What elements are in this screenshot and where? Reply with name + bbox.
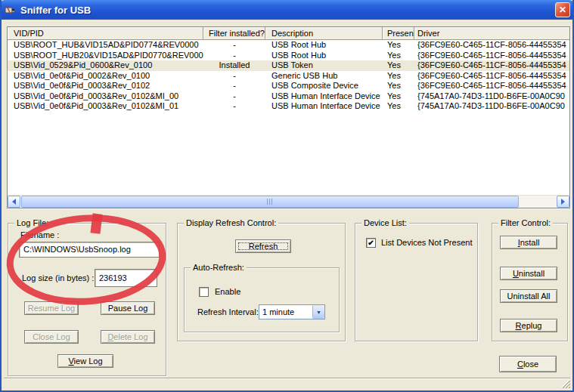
cell-driver: {36FC9E60-C465-11CF-8056-44455354 (414, 51, 569, 61)
cell-present: Yes (383, 101, 414, 112)
log-file-group-title: Log File: (14, 218, 51, 227)
column-header-filter-installed[interactable]: Filter installed? (203, 27, 265, 40)
column-header-vid-pid[interactable]: VID/PID (8, 27, 203, 40)
cell-filter-installed: - (203, 51, 265, 61)
uninstall-button[interactable]: Uninstall (500, 267, 557, 280)
cell-description: USB Token (265, 60, 383, 71)
refresh-interval-label: Refresh Interval: (197, 307, 259, 316)
button-label: View Log (58, 357, 113, 366)
cell-filter-installed: Installed (203, 60, 265, 71)
log-file-group: Log File: Filename : C:\WINDOWS\UsbSnoop… (8, 223, 166, 376)
pause-log-button[interactable]: Pause Log (101, 301, 155, 315)
column-header-driver[interactable]: Driver (414, 27, 569, 40)
refresh-interval-select[interactable]: 1 minute ▼ (259, 304, 325, 319)
filename-label: Filename : (20, 230, 59, 239)
auto-refresh-group: Auto-Refresh: Enable Refresh Interval: 1… (184, 267, 340, 332)
log-size-value: 236193 (95, 269, 157, 287)
cell-present: Yes (383, 40, 414, 51)
column-header-description[interactable]: Description (265, 27, 383, 40)
cell-description: USB Root Hub (265, 40, 383, 51)
resize-grip[interactable] (560, 378, 570, 388)
button-label: Close Log (25, 332, 78, 341)
resume-log-button[interactable]: Resume Log (24, 301, 79, 315)
horizontal-scrollbar[interactable] (8, 195, 569, 208)
enable-checkbox[interactable] (199, 287, 209, 297)
cell-vid-pid: USB\Vid_0e0f&Pid_0002&Rev_0100 (8, 71, 203, 82)
table-row[interactable]: USB\Vid_0e0f&Pid_0003&Rev_0102&MI_01-USB… (8, 101, 569, 112)
button-label: Uninstall (501, 269, 557, 278)
display-refresh-group-title: Display Refresh Control: (184, 218, 278, 227)
device-list-group: Device List: ✔ List Devices Not Present (355, 223, 478, 341)
cell-driver: {36FC9E60-C465-11CF-8056-44455354 (414, 81, 569, 91)
cell-description: USB Human Interface Device (265, 101, 383, 112)
cell-vid-pid: USB\Vid_0529&Pid_0600&Rev_0100 (8, 60, 203, 71)
cell-present: Yes (383, 91, 414, 102)
table-row[interactable]: USB\Vid_0e0f&Pid_0003&Rev_0102-USB Compo… (8, 81, 569, 91)
cell-description: Generic USB Hub (265, 71, 383, 82)
view-log-button[interactable]: View Log (57, 354, 113, 368)
close-log-button[interactable]: Close Log (24, 330, 79, 344)
table-body: USB\ROOT_HUB&VID15AD&PID0774&REV0000-USB… (8, 40, 569, 195)
log-size-label: Log size (in bytes) : (22, 273, 94, 282)
button-label: Delete Log (101, 332, 154, 341)
cell-filter-installed: - (203, 71, 265, 82)
cell-driver: {745A17A0-74D3-11D0-B6FE-00A0C90 (414, 91, 569, 102)
cell-present: Yes (383, 81, 414, 91)
list-devices-not-present-label: List Devices Not Present (381, 238, 472, 247)
scroll-right-button[interactable] (557, 196, 569, 208)
display-refresh-group: Display Refresh Control: Refresh Auto-Re… (177, 223, 346, 341)
usb-app-icon (5, 5, 17, 16)
cell-driver: {36FC9E60-C465-11CF-8056-44455354 (414, 60, 569, 71)
table-row[interactable]: USB\Vid_0529&Pid_0600&Rev_0100InstalledU… (8, 60, 569, 71)
install-button[interactable]: Install (500, 236, 557, 249)
titlebar[interactable]: Sniffer for USB ✕ (0, 0, 574, 20)
cell-filter-installed: - (203, 91, 265, 102)
window-title: Sniffer for USB (20, 5, 91, 16)
cell-vid-pid: USB\ROOT_HUB&VID15AD&PID0774&REV0000 (8, 40, 203, 51)
enable-label: Enable (215, 287, 240, 296)
cell-present: Yes (383, 60, 414, 71)
close-icon: ✕ (559, 5, 566, 15)
thumb-grip-icon (267, 199, 274, 205)
table-row[interactable]: USB\Vid_0e0f&Pid_0003&Rev_0102&MI_00-USB… (8, 91, 569, 102)
auto-refresh-group-title: Auto-Refresh: (191, 263, 247, 272)
chevron-left-icon (12, 199, 16, 205)
sniffer-for-usb-window: Sniffer for USB ✕ VID/PID Filter install… (0, 0, 574, 392)
scrollbar-thumb[interactable] (21, 196, 519, 208)
check-icon: ✔ (368, 239, 374, 247)
cell-vid-pid: USB\Vid_0e0f&Pid_0003&Rev_0102&MI_01 (8, 101, 203, 112)
status-bar-divider (4, 378, 570, 379)
filter-control-group: Filter Control: Install Uninstall Uninst… (492, 223, 568, 341)
column-header-present[interactable]: Present (383, 27, 414, 40)
cell-filter-installed: - (203, 101, 265, 112)
titlebar-close-button[interactable]: ✕ (555, 2, 570, 17)
uninstall-all-button[interactable]: Uninstall All (500, 289, 557, 303)
table-row[interactable]: USB\ROOT_HUB&VID15AD&PID0774&REV0000-USB… (8, 40, 569, 51)
filename-input[interactable]: C:\WINDOWS\UsbSnoop.log (19, 242, 160, 258)
cell-vid-pid: USB\ROOT_HUB20&VID15AD&PID0770&REV0000 (8, 51, 203, 61)
button-label: Replug (501, 321, 557, 330)
replug-button[interactable]: Replug (500, 319, 557, 332)
delete-log-button[interactable]: Delete Log (101, 330, 155, 344)
cell-vid-pid: USB\Vid_0e0f&Pid_0003&Rev_0102 (8, 81, 203, 91)
button-label: Close (500, 360, 556, 369)
cell-driver: {36FC9E60-C465-11CF-8056-44455354 (414, 71, 569, 82)
button-label: Pause Log (101, 304, 154, 313)
cell-filter-installed: - (203, 40, 265, 51)
table-header: VID/PID Filter installed? Description Pr… (8, 27, 569, 40)
list-devices-not-present-checkbox[interactable]: ✔ (366, 238, 376, 248)
cell-present: Yes (383, 71, 414, 82)
cell-driver: {36FC9E60-C465-11CF-8056-44455354 (414, 40, 569, 51)
table-row[interactable]: USB\Vid_0e0f&Pid_0002&Rev_0100-Generic U… (8, 71, 569, 82)
cell-vid-pid: USB\Vid_0e0f&Pid_0003&Rev_0102&MI_00 (8, 91, 203, 102)
filter-control-group-title: Filter Control: (498, 218, 553, 227)
chevron-down-icon[interactable]: ▼ (312, 305, 324, 319)
cell-description: USB Root Hub (265, 51, 383, 61)
device-table: VID/PID Filter installed? Description Pr… (7, 26, 570, 208)
close-button[interactable]: Close (499, 356, 557, 372)
table-row[interactable]: USB\ROOT_HUB20&VID15AD&PID0770&REV0000-U… (8, 51, 569, 61)
scroll-left-button[interactable] (8, 196, 20, 208)
button-label: Install (501, 238, 557, 247)
cell-present: Yes (383, 51, 414, 61)
refresh-button[interactable]: Refresh (235, 239, 291, 253)
